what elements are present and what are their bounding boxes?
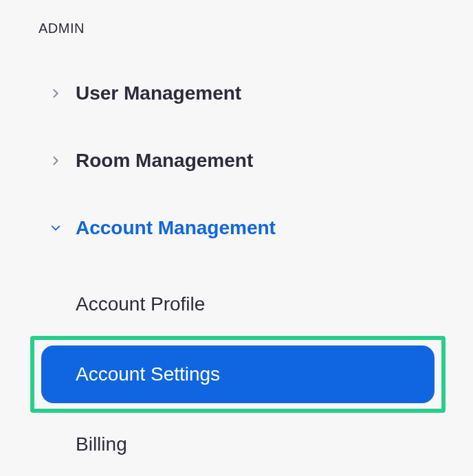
- nav-item-label: Account Management: [76, 217, 276, 239]
- nav-item-user-management[interactable]: User Management: [0, 76, 473, 111]
- sub-item-account-settings[interactable]: Account Settings: [41, 345, 434, 403]
- sub-nav-account-management-cont: Billing: [0, 418, 473, 471]
- nav-item-account-management[interactable]: Account Management: [0, 211, 473, 245]
- highlight-account-settings: Account Settings: [30, 336, 446, 413]
- chevron-down-icon: [48, 220, 63, 236]
- section-header-admin: ADMIN: [0, 21, 473, 36]
- sub-item-account-profile[interactable]: Account Profile: [76, 278, 473, 330]
- nav-item-room-management[interactable]: Room Management: [0, 144, 473, 178]
- sub-nav-account-management: Account Profile: [0, 278, 473, 330]
- sub-item-billing[interactable]: Billing: [76, 418, 473, 471]
- sub-item-label: Billing: [76, 433, 127, 455]
- chevron-right-icon: [48, 153, 63, 168]
- nav-item-label: Room Management: [76, 150, 253, 172]
- nav-item-label: User Management: [76, 82, 241, 104]
- chevron-right-icon: [48, 86, 63, 101]
- sub-item-label: Account Settings: [76, 363, 220, 385]
- sub-item-label: Account Profile: [76, 293, 205, 315]
